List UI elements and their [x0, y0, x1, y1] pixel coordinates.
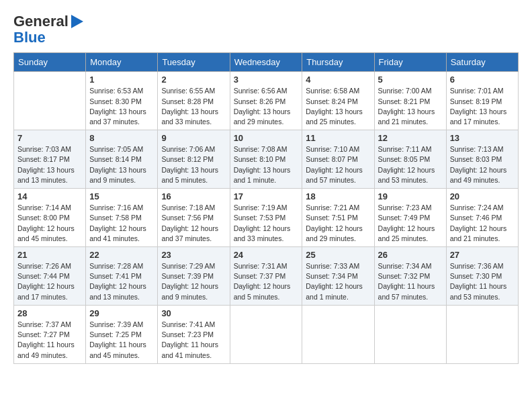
- calendar-week-row: 7Sunrise: 7:03 AM Sunset: 8:17 PM Daylig…: [14, 130, 519, 189]
- calendar-cell: 6Sunrise: 7:01 AM Sunset: 8:19 PM Daylig…: [446, 72, 518, 130]
- day-number: 10: [234, 133, 299, 143]
- logo-arrow-icon: [71, 15, 83, 28]
- calendar-header-friday: Friday: [374, 53, 446, 72]
- day-info: Sunrise: 7:33 AM Sunset: 7:34 PM Dayligh…: [306, 261, 370, 302]
- calendar-cell: 7Sunrise: 7:03 AM Sunset: 8:17 PM Daylig…: [14, 130, 86, 189]
- calendar-cell: 29Sunrise: 7:39 AM Sunset: 7:25 PM Dayli…: [86, 305, 158, 363]
- day-info: Sunrise: 7:11 AM Sunset: 8:05 PM Dayligh…: [378, 144, 443, 185]
- day-info: Sunrise: 7:10 AM Sunset: 8:07 PM Dayligh…: [306, 144, 370, 185]
- day-number: 3: [234, 75, 299, 85]
- logo-blue: Blue: [13, 30, 46, 46]
- day-number: 7: [17, 133, 82, 143]
- calendar-cell: 5Sunrise: 7:00 AM Sunset: 8:21 PM Daylig…: [374, 72, 446, 130]
- day-info: Sunrise: 7:34 AM Sunset: 7:32 PM Dayligh…: [378, 261, 443, 302]
- calendar-week-row: 28Sunrise: 7:37 AM Sunset: 7:27 PM Dayli…: [14, 305, 519, 363]
- calendar-cell: [302, 305, 374, 363]
- calendar-cell: [374, 305, 446, 363]
- day-number: 19: [378, 191, 443, 201]
- page-header: General Blue: [13, 13, 519, 46]
- calendar-cell: 12Sunrise: 7:11 AM Sunset: 8:05 PM Dayli…: [374, 130, 446, 189]
- calendar-header-row: SundayMondayTuesdayWednesdayThursdayFrid…: [14, 53, 519, 72]
- calendar-cell: 10Sunrise: 7:08 AM Sunset: 8:10 PM Dayli…: [230, 130, 302, 189]
- day-number: 8: [89, 133, 154, 143]
- day-number: 17: [234, 191, 299, 201]
- day-info: Sunrise: 6:55 AM Sunset: 8:28 PM Dayligh…: [161, 86, 226, 127]
- day-info: Sunrise: 7:05 AM Sunset: 8:14 PM Dayligh…: [89, 144, 154, 185]
- day-number: 18: [306, 191, 370, 201]
- calendar-cell: 20Sunrise: 7:24 AM Sunset: 7:46 PM Dayli…: [446, 189, 518, 247]
- day-number: 25: [306, 250, 370, 260]
- day-number: 6: [450, 75, 515, 85]
- calendar-header-wednesday: Wednesday: [230, 53, 302, 72]
- calendar-cell: 11Sunrise: 7:10 AM Sunset: 8:07 PM Dayli…: [302, 130, 374, 189]
- day-info: Sunrise: 7:31 AM Sunset: 7:37 PM Dayligh…: [234, 261, 299, 302]
- day-info: Sunrise: 7:26 AM Sunset: 7:44 PM Dayligh…: [17, 261, 82, 302]
- calendar-cell: 15Sunrise: 7:16 AM Sunset: 7:58 PM Dayli…: [86, 189, 158, 247]
- day-number: 5: [378, 75, 443, 85]
- calendar-week-row: 1Sunrise: 6:53 AM Sunset: 8:30 PM Daylig…: [14, 72, 519, 130]
- day-info: Sunrise: 7:14 AM Sunset: 8:00 PM Dayligh…: [17, 203, 82, 244]
- calendar-header-saturday: Saturday: [446, 53, 518, 72]
- day-number: 16: [161, 191, 226, 201]
- day-number: 24: [234, 250, 299, 260]
- day-number: 2: [161, 75, 226, 85]
- day-number: 22: [89, 250, 154, 260]
- logo-general: General: [13, 13, 69, 30]
- day-number: 14: [17, 191, 82, 201]
- day-info: Sunrise: 7:39 AM Sunset: 7:25 PM Dayligh…: [89, 320, 154, 361]
- calendar-cell: 30Sunrise: 7:41 AM Sunset: 7:23 PM Dayli…: [158, 305, 230, 363]
- day-number: 4: [306, 75, 370, 85]
- day-info: Sunrise: 7:37 AM Sunset: 7:27 PM Dayligh…: [17, 320, 82, 361]
- calendar-cell: 2Sunrise: 6:55 AM Sunset: 8:28 PM Daylig…: [158, 72, 230, 130]
- day-info: Sunrise: 7:13 AM Sunset: 8:03 PM Dayligh…: [450, 144, 515, 185]
- day-info: Sunrise: 7:36 AM Sunset: 7:30 PM Dayligh…: [450, 261, 515, 302]
- calendar-header-monday: Monday: [86, 53, 158, 72]
- day-info: Sunrise: 7:24 AM Sunset: 7:46 PM Dayligh…: [450, 203, 515, 244]
- calendar-header-thursday: Thursday: [302, 53, 374, 72]
- day-info: Sunrise: 7:16 AM Sunset: 7:58 PM Dayligh…: [89, 203, 154, 244]
- day-info: Sunrise: 6:58 AM Sunset: 8:24 PM Dayligh…: [306, 86, 370, 127]
- day-number: 28: [17, 308, 82, 318]
- calendar-cell: 13Sunrise: 7:13 AM Sunset: 8:03 PM Dayli…: [446, 130, 518, 189]
- calendar-week-row: 21Sunrise: 7:26 AM Sunset: 7:44 PM Dayli…: [14, 247, 519, 306]
- calendar-cell: 4Sunrise: 6:58 AM Sunset: 8:24 PM Daylig…: [302, 72, 374, 130]
- day-info: Sunrise: 7:00 AM Sunset: 8:21 PM Dayligh…: [378, 86, 443, 127]
- day-info: Sunrise: 7:28 AM Sunset: 7:41 PM Dayligh…: [89, 261, 154, 302]
- day-info: Sunrise: 7:03 AM Sunset: 8:17 PM Dayligh…: [17, 144, 82, 185]
- day-number: 23: [161, 250, 226, 260]
- calendar-cell: 25Sunrise: 7:33 AM Sunset: 7:34 PM Dayli…: [302, 247, 374, 306]
- calendar-cell: [446, 305, 518, 363]
- calendar-cell: 9Sunrise: 7:06 AM Sunset: 8:12 PM Daylig…: [158, 130, 230, 189]
- day-info: Sunrise: 7:41 AM Sunset: 7:23 PM Dayligh…: [161, 320, 226, 361]
- calendar-cell: [14, 72, 86, 130]
- day-number: 13: [450, 133, 515, 143]
- day-number: 12: [378, 133, 443, 143]
- calendar-week-row: 14Sunrise: 7:14 AM Sunset: 8:00 PM Dayli…: [14, 189, 519, 247]
- day-info: Sunrise: 6:53 AM Sunset: 8:30 PM Dayligh…: [89, 86, 154, 127]
- day-info: Sunrise: 7:06 AM Sunset: 8:12 PM Dayligh…: [161, 144, 226, 185]
- calendar-cell: 27Sunrise: 7:36 AM Sunset: 7:30 PM Dayli…: [446, 247, 518, 306]
- calendar-cell: 8Sunrise: 7:05 AM Sunset: 8:14 PM Daylig…: [86, 130, 158, 189]
- calendar-cell: 22Sunrise: 7:28 AM Sunset: 7:41 PM Dayli…: [86, 247, 158, 306]
- calendar-cell: 24Sunrise: 7:31 AM Sunset: 7:37 PM Dayli…: [230, 247, 302, 306]
- calendar-cell: 1Sunrise: 6:53 AM Sunset: 8:30 PM Daylig…: [86, 72, 158, 130]
- calendar-cell: [230, 305, 302, 363]
- day-info: Sunrise: 7:29 AM Sunset: 7:39 PM Dayligh…: [161, 261, 226, 302]
- day-number: 20: [450, 191, 515, 201]
- calendar-cell: 16Sunrise: 7:18 AM Sunset: 7:56 PM Dayli…: [158, 189, 230, 247]
- day-number: 27: [450, 250, 515, 260]
- calendar-cell: 23Sunrise: 7:29 AM Sunset: 7:39 PM Dayli…: [158, 247, 230, 306]
- logo: General Blue: [13, 13, 83, 46]
- calendar-cell: 17Sunrise: 7:19 AM Sunset: 7:53 PM Dayli…: [230, 189, 302, 247]
- calendar-cell: 3Sunrise: 6:56 AM Sunset: 8:26 PM Daylig…: [230, 72, 302, 130]
- day-number: 30: [161, 308, 226, 318]
- calendar-cell: 21Sunrise: 7:26 AM Sunset: 7:44 PM Dayli…: [14, 247, 86, 306]
- day-number: 26: [378, 250, 443, 260]
- calendar-cell: 28Sunrise: 7:37 AM Sunset: 7:27 PM Dayli…: [14, 305, 86, 363]
- day-info: Sunrise: 7:01 AM Sunset: 8:19 PM Dayligh…: [450, 86, 515, 127]
- day-info: Sunrise: 7:19 AM Sunset: 7:53 PM Dayligh…: [234, 203, 299, 244]
- day-info: Sunrise: 6:56 AM Sunset: 8:26 PM Dayligh…: [234, 86, 299, 127]
- calendar-header-tuesday: Tuesday: [158, 53, 230, 72]
- calendar-cell: 26Sunrise: 7:34 AM Sunset: 7:32 PM Dayli…: [374, 247, 446, 306]
- day-number: 21: [17, 250, 82, 260]
